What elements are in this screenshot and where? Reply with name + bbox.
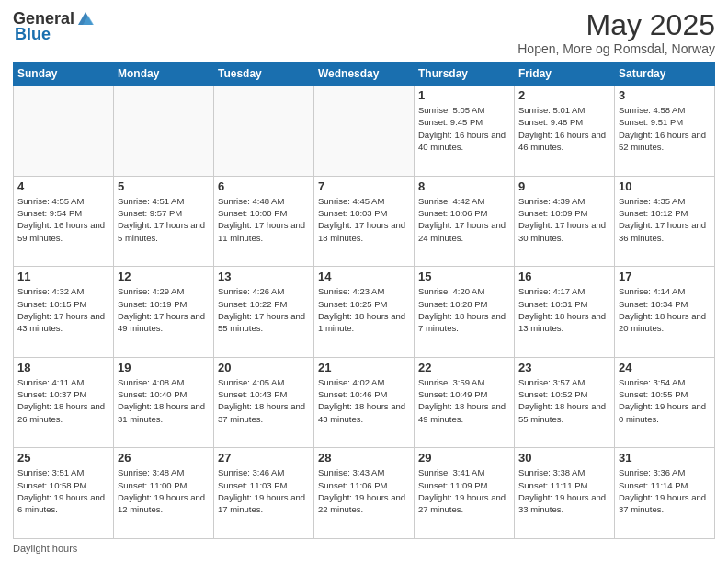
day-info-3-3: Sunrise: 4:02 AM Sunset: 10:46 PM Daylig… bbox=[318, 376, 410, 425]
calendar-cell-4-2: 27Sunrise: 3:46 AM Sunset: 11:03 PM Dayl… bbox=[214, 448, 314, 539]
calendar-cell-0-6: 3Sunrise: 4:58 AM Sunset: 9:51 PM Daylig… bbox=[615, 86, 715, 177]
calendar-cell-1-2: 6Sunrise: 4:48 AM Sunset: 10:00 PM Dayli… bbox=[214, 176, 314, 267]
calendar-cell-4-5: 30Sunrise: 3:38 AM Sunset: 11:11 PM Dayl… bbox=[515, 448, 615, 539]
day-info-4-3: Sunrise: 3:43 AM Sunset: 11:06 PM Daylig… bbox=[318, 466, 410, 515]
day-number-4-4: 29 bbox=[418, 451, 510, 465]
header: General Blue May 2025 Hopen, More og Rom… bbox=[13, 9, 715, 56]
day-number-4-1: 26 bbox=[118, 451, 210, 465]
week-row-3: 18Sunrise: 4:11 AM Sunset: 10:37 PM Dayl… bbox=[14, 357, 715, 448]
calendar-cell-2-5: 16Sunrise: 4:17 AM Sunset: 10:31 PM Dayl… bbox=[515, 267, 615, 358]
calendar-cell-0-5: 2Sunrise: 5:01 AM Sunset: 9:48 PM Daylig… bbox=[515, 86, 615, 177]
day-info-1-6: Sunrise: 4:35 AM Sunset: 10:12 PM Daylig… bbox=[619, 195, 711, 244]
calendar-cell-1-4: 8Sunrise: 4:42 AM Sunset: 10:06 PM Dayli… bbox=[415, 176, 515, 267]
day-number-0-5: 2 bbox=[518, 88, 610, 102]
calendar-cell-4-1: 26Sunrise: 3:48 AM Sunset: 11:00 PM Dayl… bbox=[114, 448, 214, 539]
col-sunday: Sunday bbox=[14, 63, 114, 86]
col-thursday: Thursday bbox=[415, 63, 515, 86]
calendar-cell-3-3: 21Sunrise: 4:02 AM Sunset: 10:46 PM Dayl… bbox=[314, 357, 415, 448]
day-number-4-0: 25 bbox=[17, 451, 109, 465]
day-number-3-1: 19 bbox=[118, 361, 210, 374]
day-number-2-0: 11 bbox=[17, 270, 109, 283]
day-number-1-3: 7 bbox=[318, 179, 410, 193]
day-info-2-4: Sunrise: 4:20 AM Sunset: 10:28 PM Daylig… bbox=[418, 285, 510, 334]
day-info-4-2: Sunrise: 3:46 AM Sunset: 11:03 PM Daylig… bbox=[218, 466, 310, 515]
calendar-cell-2-6: 17Sunrise: 4:14 AM Sunset: 10:34 PM Dayl… bbox=[615, 267, 715, 358]
week-row-0: 1Sunrise: 5:05 AM Sunset: 9:45 PM Daylig… bbox=[14, 86, 715, 177]
day-info-0-5: Sunrise: 5:01 AM Sunset: 9:48 PM Dayligh… bbox=[518, 104, 610, 153]
day-number-4-5: 30 bbox=[518, 451, 610, 465]
calendar-header-row: Sunday Monday Tuesday Wednesday Thursday… bbox=[14, 63, 715, 86]
day-info-3-5: Sunrise: 3:57 AM Sunset: 10:52 PM Daylig… bbox=[518, 376, 610, 425]
calendar-cell-2-4: 15Sunrise: 4:20 AM Sunset: 10:28 PM Dayl… bbox=[415, 267, 515, 358]
day-info-2-6: Sunrise: 4:14 AM Sunset: 10:34 PM Daylig… bbox=[619, 285, 711, 334]
day-number-1-0: 4 bbox=[17, 179, 109, 193]
day-number-3-0: 18 bbox=[17, 361, 109, 374]
day-info-1-1: Sunrise: 4:51 AM Sunset: 9:57 PM Dayligh… bbox=[118, 195, 210, 244]
calendar-cell-1-0: 4Sunrise: 4:55 AM Sunset: 9:54 PM Daylig… bbox=[14, 176, 114, 267]
day-number-1-4: 8 bbox=[418, 179, 510, 193]
day-number-2-3: 14 bbox=[318, 270, 410, 283]
calendar-cell-0-0 bbox=[14, 86, 114, 177]
calendar-cell-4-3: 28Sunrise: 3:43 AM Sunset: 11:06 PM Dayl… bbox=[314, 448, 415, 539]
col-friday: Friday bbox=[515, 63, 615, 86]
page-subtitle: Hopen, More og Romsdal, Norway bbox=[518, 41, 715, 56]
day-number-1-1: 5 bbox=[118, 179, 210, 193]
day-number-3-4: 22 bbox=[418, 361, 510, 374]
day-info-1-0: Sunrise: 4:55 AM Sunset: 9:54 PM Dayligh… bbox=[17, 195, 109, 244]
calendar-cell-1-6: 10Sunrise: 4:35 AM Sunset: 10:12 PM Dayl… bbox=[615, 176, 715, 267]
day-info-0-4: Sunrise: 5:05 AM Sunset: 9:45 PM Dayligh… bbox=[418, 104, 510, 153]
day-number-2-4: 15 bbox=[418, 270, 510, 283]
day-info-1-2: Sunrise: 4:48 AM Sunset: 10:00 PM Daylig… bbox=[218, 195, 310, 244]
day-info-4-4: Sunrise: 3:41 AM Sunset: 11:09 PM Daylig… bbox=[418, 466, 510, 515]
page-title: May 2025 bbox=[518, 9, 715, 41]
day-info-1-4: Sunrise: 4:42 AM Sunset: 10:06 PM Daylig… bbox=[418, 195, 510, 244]
day-info-4-6: Sunrise: 3:36 AM Sunset: 11:14 PM Daylig… bbox=[619, 466, 711, 515]
calendar-cell-4-0: 25Sunrise: 3:51 AM Sunset: 10:58 PM Dayl… bbox=[14, 448, 114, 539]
day-info-2-1: Sunrise: 4:29 AM Sunset: 10:19 PM Daylig… bbox=[118, 285, 210, 334]
day-number-2-6: 17 bbox=[619, 270, 711, 283]
calendar-cell-0-1 bbox=[114, 86, 214, 177]
calendar-cell-1-5: 9Sunrise: 4:39 AM Sunset: 10:09 PM Dayli… bbox=[515, 176, 615, 267]
day-info-3-1: Sunrise: 4:08 AM Sunset: 10:40 PM Daylig… bbox=[118, 376, 210, 425]
calendar-cell-4-4: 29Sunrise: 3:41 AM Sunset: 11:09 PM Dayl… bbox=[415, 448, 515, 539]
day-number-3-6: 24 bbox=[619, 361, 711, 374]
col-wednesday: Wednesday bbox=[314, 63, 415, 86]
logo: General Blue bbox=[13, 9, 96, 44]
day-number-4-6: 31 bbox=[619, 451, 711, 465]
calendar-cell-3-1: 19Sunrise: 4:08 AM Sunset: 10:40 PM Dayl… bbox=[114, 357, 214, 448]
calendar-cell-3-2: 20Sunrise: 4:05 AM Sunset: 10:43 PM Dayl… bbox=[214, 357, 314, 448]
calendar-cell-0-3 bbox=[314, 86, 415, 177]
col-saturday: Saturday bbox=[615, 63, 715, 86]
calendar-table: Sunday Monday Tuesday Wednesday Thursday… bbox=[13, 62, 715, 539]
day-info-3-2: Sunrise: 4:05 AM Sunset: 10:43 PM Daylig… bbox=[218, 376, 310, 425]
calendar-cell-3-4: 22Sunrise: 3:59 AM Sunset: 10:49 PM Dayl… bbox=[415, 357, 515, 448]
logo-icon bbox=[75, 8, 96, 29]
calendar-cell-0-2 bbox=[214, 86, 314, 177]
day-info-4-1: Sunrise: 3:48 AM Sunset: 11:00 PM Daylig… bbox=[118, 466, 210, 515]
day-number-4-2: 27 bbox=[218, 451, 310, 465]
day-number-1-5: 9 bbox=[518, 179, 610, 193]
calendar-cell-2-2: 13Sunrise: 4:26 AM Sunset: 10:22 PM Dayl… bbox=[214, 267, 314, 358]
calendar-cell-3-0: 18Sunrise: 4:11 AM Sunset: 10:37 PM Dayl… bbox=[14, 357, 114, 448]
day-info-2-0: Sunrise: 4:32 AM Sunset: 10:15 PM Daylig… bbox=[17, 285, 109, 334]
day-number-2-2: 13 bbox=[218, 270, 310, 283]
day-number-4-3: 28 bbox=[318, 451, 410, 465]
calendar-cell-3-5: 23Sunrise: 3:57 AM Sunset: 10:52 PM Dayl… bbox=[515, 357, 615, 448]
day-number-2-1: 12 bbox=[118, 270, 210, 283]
calendar-cell-2-0: 11Sunrise: 4:32 AM Sunset: 10:15 PM Dayl… bbox=[14, 267, 114, 358]
day-info-2-3: Sunrise: 4:23 AM Sunset: 10:25 PM Daylig… bbox=[318, 285, 410, 334]
day-info-4-5: Sunrise: 3:38 AM Sunset: 11:11 PM Daylig… bbox=[518, 466, 610, 515]
calendar-cell-1-1: 5Sunrise: 4:51 AM Sunset: 9:57 PM Daylig… bbox=[114, 176, 214, 267]
col-monday: Monday bbox=[114, 63, 214, 86]
day-number-2-5: 16 bbox=[518, 270, 610, 283]
day-info-0-6: Sunrise: 4:58 AM Sunset: 9:51 PM Dayligh… bbox=[619, 104, 711, 153]
page: General Blue May 2025 Hopen, More og Rom… bbox=[0, 0, 728, 563]
calendar-cell-3-6: 24Sunrise: 3:54 AM Sunset: 10:55 PM Dayl… bbox=[615, 357, 715, 448]
calendar-cell-2-1: 12Sunrise: 4:29 AM Sunset: 10:19 PM Dayl… bbox=[114, 267, 214, 358]
day-number-3-2: 20 bbox=[218, 361, 310, 374]
day-number-3-3: 21 bbox=[318, 361, 410, 374]
day-info-2-5: Sunrise: 4:17 AM Sunset: 10:31 PM Daylig… bbox=[518, 285, 610, 334]
calendar-cell-4-6: 31Sunrise: 3:36 AM Sunset: 11:14 PM Dayl… bbox=[615, 448, 715, 539]
day-number-0-6: 3 bbox=[619, 88, 711, 102]
day-info-2-2: Sunrise: 4:26 AM Sunset: 10:22 PM Daylig… bbox=[218, 285, 310, 334]
